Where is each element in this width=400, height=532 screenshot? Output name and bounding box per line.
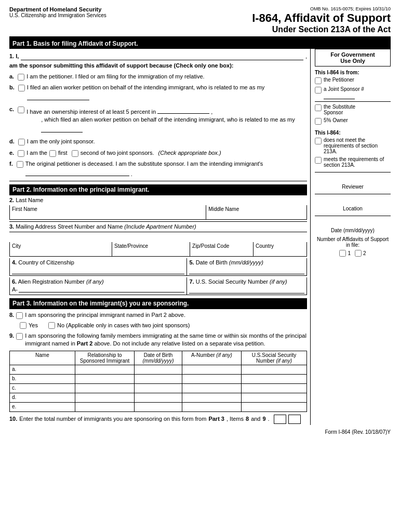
item-9-checkbox[interactable] — [16, 333, 23, 340]
count-1-item: 1 — [339, 250, 351, 257]
petitioner-checkbox[interactable] — [315, 77, 322, 84]
item-d-checkbox[interactable] — [18, 139, 25, 145]
row-e-dob[interactable] — [135, 402, 182, 411]
row-e-ssn[interactable] — [242, 402, 307, 411]
state-input[interactable] — [114, 249, 188, 255]
item-f-period: . — [131, 171, 132, 177]
middlename-input[interactable] — [208, 212, 304, 218]
row-e-name: e. — [10, 402, 75, 411]
item-f-field[interactable] — [25, 168, 129, 176]
firstname-input[interactable] — [12, 212, 204, 218]
item-4-label: 4. — [12, 259, 17, 265]
item-9-row: 9. I am sponsoring the following family … — [9, 332, 307, 348]
item-10-period: . — [268, 415, 270, 423]
substitute-checkbox[interactable] — [315, 104, 322, 111]
country-input[interactable] — [256, 249, 304, 255]
item-8-checkbox[interactable] — [16, 312, 23, 319]
country-label: Country — [256, 243, 304, 249]
item-10-and: and — [251, 415, 260, 423]
joint-sponsor-number-field[interactable] — [324, 93, 355, 99]
item-1-name-field[interactable] — [21, 52, 303, 60]
total-box-1[interactable] — [274, 415, 286, 424]
row-c-anum[interactable] — [182, 383, 241, 393]
item-7-note: (if any) — [270, 278, 287, 285]
address-input[interactable] — [11, 233, 305, 240]
count-2-label: 2 — [363, 250, 366, 256]
ssn-input[interactable] — [189, 287, 304, 294]
affidavit-count: Number of Affidavits of Support in file:… — [315, 236, 391, 257]
item-b-field[interactable] — [27, 92, 89, 100]
item-e-checkbox[interactable] — [18, 150, 24, 157]
item-8: 8. I am sponsoring the principal immigra… — [9, 309, 307, 321]
row-c-rel[interactable] — [75, 383, 134, 393]
firstname-cell: First Name — [10, 205, 206, 219]
count-2-item: 2 — [355, 250, 366, 257]
date-field — [315, 217, 391, 228]
city-input[interactable] — [12, 249, 110, 255]
item-c-checkbox[interactable] — [18, 107, 24, 113]
item-6-7-row: 6. Alien Registration Number (if any) A-… — [9, 277, 307, 295]
row-d-rel[interactable] — [75, 393, 134, 402]
item-6-note: (if any) — [86, 278, 104, 285]
yes-checkbox[interactable] — [20, 322, 26, 329]
row-b-dob[interactable] — [135, 374, 182, 383]
meets-checkbox[interactable] — [315, 157, 322, 164]
row-d-anum[interactable] — [182, 393, 241, 402]
joint-sponsor-checkbox[interactable] — [315, 87, 322, 94]
row-e-anum[interactable] — [182, 402, 241, 411]
part2-header: Part 2. Information on the principal imm… — [9, 184, 307, 195]
alien-reg-input[interactable] — [19, 286, 184, 292]
count-2-checkbox[interactable] — [355, 250, 362, 257]
item-e-second-checkbox[interactable] — [72, 150, 78, 157]
row-d-ssn[interactable] — [242, 393, 307, 402]
row-a-ssn[interactable] — [242, 365, 307, 374]
item-6-prefix: A- — [12, 286, 18, 292]
col-name: Name — [10, 351, 75, 365]
item-f-label: f. — [9, 160, 13, 168]
dob-input[interactable] — [189, 268, 304, 274]
citizenship-input[interactable] — [12, 268, 184, 274]
no-checkbox[interactable] — [48, 322, 55, 329]
count-boxes: 1 2 — [315, 250, 391, 257]
item-f-checkbox[interactable] — [17, 161, 23, 168]
substitute-label: the SubstituteSponsor — [324, 104, 355, 115]
part1-header: Part 1. Basis for filing Affidavit of Su… — [9, 38, 391, 49]
item-c-field1[interactable] — [157, 105, 209, 114]
main-content: 1. I, , am the sponsor submitting this a… — [9, 49, 391, 424]
item-a-checkbox[interactable] — [18, 74, 24, 81]
row-b-anum[interactable] — [182, 374, 241, 383]
row-c-ssn[interactable] — [242, 383, 307, 393]
item-2-text: Last Name — [16, 197, 43, 203]
item-e-first-checkbox[interactable] — [49, 150, 56, 157]
item-6-label: 6. — [12, 278, 17, 285]
item-6-text: Alien Registration Number — [18, 278, 85, 285]
row-c-dob[interactable] — [135, 383, 182, 393]
total-box-2[interactable] — [288, 415, 301, 424]
row-b-rel[interactable] — [75, 374, 134, 383]
item-2-label: 2. — [9, 197, 14, 203]
item-c-field2[interactable] — [41, 124, 83, 132]
row-a-rel[interactable] — [75, 365, 134, 374]
row-d-dob[interactable] — [135, 393, 182, 402]
item-e-second-label: second of two joint sponsors. — [81, 149, 154, 157]
item-e: e. I am the first second of two joint sp… — [9, 148, 307, 158]
item-7-label: 7. — [189, 278, 194, 285]
count-1-checkbox[interactable] — [339, 250, 346, 257]
count-1-label: 1 — [348, 250, 351, 256]
row-a-anum[interactable] — [182, 365, 241, 374]
gov-use-box: For Government Use Only — [315, 49, 391, 66]
row-a-dob[interactable] — [135, 365, 182, 374]
does-not-meet-checkbox[interactable] — [315, 138, 322, 144]
item-c-comma: , — [211, 109, 212, 115]
left-panel: 1. I, , am the sponsor submitting this a… — [9, 49, 310, 424]
item-b-checkbox[interactable] — [18, 85, 25, 91]
item-4-label-text: 4. Country of Citizenship — [12, 259, 184, 265]
row-b-ssn[interactable] — [242, 374, 307, 383]
item-6-input-row: A- — [12, 286, 184, 292]
item-10-bold: Part 3 — [208, 415, 224, 423]
owner-checkbox[interactable] — [315, 118, 322, 125]
row-e-rel[interactable] — [75, 402, 134, 411]
col-relationship: Relationship toSponsored Immigrant — [75, 351, 134, 365]
zip-input[interactable] — [192, 249, 251, 255]
substitute-row: the SubstituteSponsor — [315, 104, 391, 115]
